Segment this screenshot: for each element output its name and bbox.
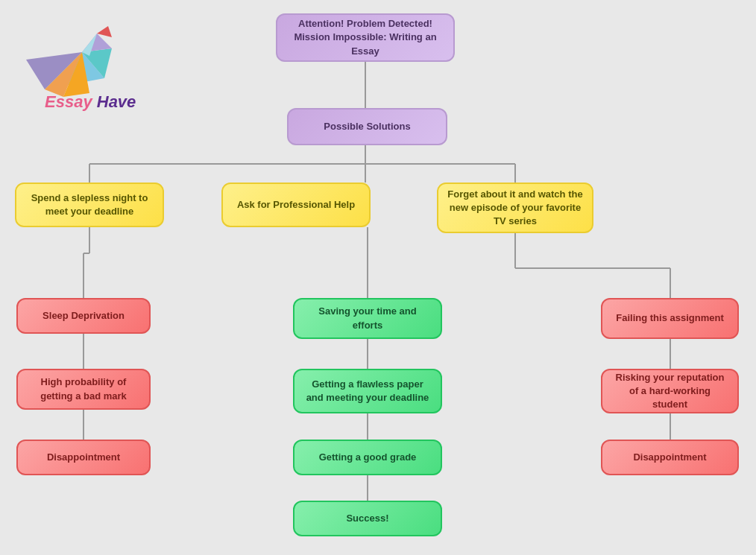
failing-box: Failing this assignment xyxy=(601,298,739,339)
attention-box: Attention! Problem Detected! Mission Imp… xyxy=(276,13,455,62)
disappointment2-box: Disappointment xyxy=(601,440,739,475)
sleepless-box: Spend a slepless night to meet your dead… xyxy=(15,183,164,227)
logo-have: Have xyxy=(97,92,136,111)
logo-text: Essay Have xyxy=(45,92,136,112)
sleep-dep-box: Sleep Deprivation xyxy=(16,298,151,334)
bad-mark-box: High probability of getting a bad mark xyxy=(16,369,151,410)
forget-box: Forget about it and watch the new episod… xyxy=(437,183,593,233)
logo-essay: Essay xyxy=(45,92,92,111)
flawless-box: Getting a flawless paper and meeting you… xyxy=(293,369,442,413)
solutions-box: Possible Solutions xyxy=(287,108,447,145)
professional-box: Ask for Professional Help xyxy=(221,183,371,227)
good-grade-box: Getting a good grade xyxy=(293,440,442,475)
success-box: Success! xyxy=(293,501,442,536)
logo-area: Essay Have xyxy=(15,15,164,119)
reputation-box: Risking your reputation of a hard-workin… xyxy=(601,369,739,413)
disappointment1-box: Disappointment xyxy=(16,440,151,475)
svg-marker-4 xyxy=(97,26,112,37)
diagram-container: Essay Have xyxy=(0,0,756,555)
saving-box: Saving your time and efforts xyxy=(293,298,442,339)
